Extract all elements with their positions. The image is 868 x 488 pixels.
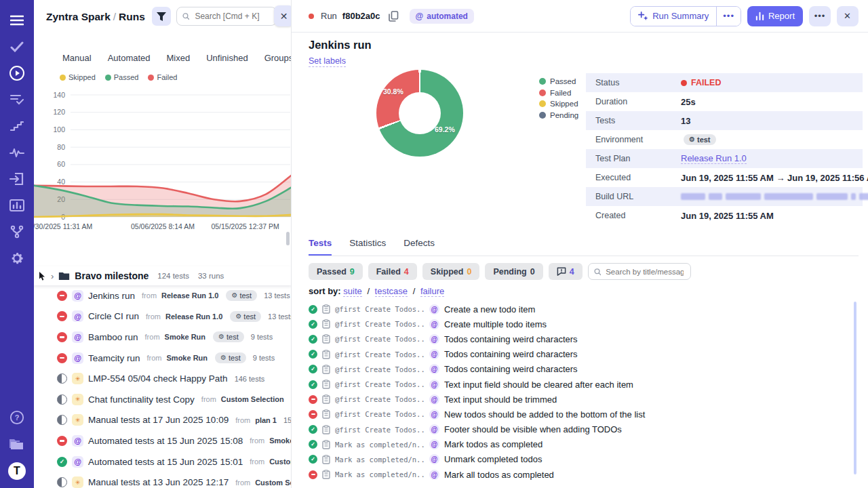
- test-title[interactable]: Unmark completed todos: [444, 454, 542, 464]
- tests-scrollbar[interactable]: [854, 302, 856, 474]
- run-plan-name[interactable]: Smoke Run: [165, 333, 206, 341]
- test-row[interactable]: @first Create Todos...@Text input should…: [309, 392, 859, 407]
- run-name[interactable]: Manual tests at 17 Jun 2025 10:09: [88, 415, 229, 425]
- run-name[interactable]: Jenkins run: [88, 291, 135, 301]
- sort-link-failure[interactable]: failure: [420, 286, 444, 297]
- branches-icon[interactable]: [9, 224, 25, 240]
- run-plan-name[interactable]: plan 1: [255, 416, 277, 424]
- run-name[interactable]: Manual tests at 13 Jun 2025 12:17: [88, 477, 229, 487]
- search-input[interactable]: [193, 11, 271, 22]
- test-list-icon[interactable]: [9, 92, 25, 108]
- analytics-icon[interactable]: [9, 197, 25, 214]
- runs-play-icon[interactable]: [9, 65, 25, 81]
- test-title[interactable]: Text input should be trimmed: [444, 394, 557, 405]
- test-row[interactable]: @first Create Todos...@New todos should …: [309, 407, 859, 422]
- filter-button[interactable]: [152, 7, 171, 26]
- sort-link-testcase[interactable]: testcase: [375, 286, 408, 297]
- run-name[interactable]: Chat functinality test Copy: [88, 394, 195, 405]
- test-row[interactable]: Mark as completed/n...@Mark all todos as…: [309, 467, 859, 482]
- test-title[interactable]: Create multiple todo items: [444, 319, 547, 329]
- milestone-row[interactable]: › Bravo milestone 124 tests 33 runs: [34, 266, 292, 285]
- close-detail-button[interactable]: ✕: [837, 6, 859, 26]
- test-row[interactable]: @first Create Todos...@Todos containing …: [309, 331, 859, 346]
- test-row[interactable]: @first Create Todos...@Footer should be …: [309, 422, 859, 437]
- run-row[interactable]: ✳Manual tests at 17 Jun 2025 10:09frompl…: [34, 410, 292, 431]
- test-row[interactable]: Mark as completed/n...@Mark todos as com…: [309, 437, 859, 452]
- run-name[interactable]: Automated tests at 15 Jun 2025 15:08: [88, 436, 243, 446]
- run-summary-button[interactable]: Run Summary: [631, 7, 716, 26]
- projects-icon[interactable]: [9, 436, 25, 452]
- help-icon[interactable]: ?: [9, 409, 25, 426]
- test-row[interactable]: @first Create Todos...@Create a new todo…: [309, 302, 859, 317]
- test-title[interactable]: Todos containing weird characters: [444, 334, 578, 344]
- test-title[interactable]: Mark todos as completed: [444, 439, 542, 449]
- pulse-icon[interactable]: [9, 144, 25, 161]
- run-name[interactable]: Circle CI run: [88, 311, 139, 321]
- test-title[interactable]: New todos should be added to the bottom …: [444, 409, 645, 420]
- run-name[interactable]: Automated tests at 15 Jun 2025 15:01: [88, 457, 243, 467]
- tab-tests[interactable]: Tests: [309, 238, 332, 256]
- filter-skipped[interactable]: Skipped0: [422, 263, 480, 280]
- run-plan-name[interactable]: Release Run 1.0: [161, 291, 218, 300]
- run-plan-name[interactable]: Smoke Run: [167, 354, 208, 362]
- run-plan-name[interactable]: Release Run 1.0: [165, 312, 222, 321]
- panel-close-button[interactable]: ✕: [274, 5, 292, 26]
- test-row[interactable]: Mark as completed/n...@Unmark completed …: [309, 452, 859, 467]
- report-button[interactable]: Report: [747, 6, 803, 26]
- runs-search[interactable]: [176, 7, 277, 26]
- test-title[interactable]: Create a new todo item: [444, 304, 535, 314]
- run-row[interactable]: @Bamboo runfromSmoke Run⚙test9 tests: [34, 327, 292, 348]
- test-row[interactable]: @first Create Todos...@Todos containing …: [309, 362, 859, 377]
- test-suite-name[interactable]: @first Create Todos...: [335, 305, 425, 313]
- test-suite-name[interactable]: Mark as completed/n...: [335, 470, 425, 479]
- tab-defects[interactable]: Defects: [403, 238, 435, 256]
- filter-pending[interactable]: Pending0: [485, 263, 542, 280]
- runs-trend-chart[interactable]: 0204060801001201404/30/2025 11:31 AM05/0…: [34, 84, 292, 235]
- test-suite-name[interactable]: @first Create Todos...: [335, 380, 425, 388]
- test-row[interactable]: @first Create Todos...@Todos containing …: [309, 347, 859, 362]
- copy-icon[interactable]: [389, 11, 399, 22]
- tests-search-input[interactable]: [604, 267, 684, 277]
- test-row[interactable]: @first Create Todos...@Create multiple t…: [309, 317, 859, 331]
- test-suite-name[interactable]: Mark as completed/n...: [335, 455, 425, 464]
- automated-badge[interactable]: @ automated: [410, 9, 474, 24]
- settings-icon[interactable]: [9, 250, 25, 266]
- filter-comments[interactable]: 4: [549, 263, 583, 280]
- project-name[interactable]: Zyntra Spark: [46, 11, 111, 22]
- menu-icon[interactable]: [9, 12, 25, 28]
- test-title[interactable]: Todos containing weird characters: [444, 364, 578, 374]
- filter-failed[interactable]: Failed4: [368, 263, 417, 280]
- steps-icon[interactable]: [9, 118, 25, 134]
- tab-groups[interactable]: Groups: [264, 53, 292, 63]
- run-row[interactable]: ✳LMP-554 05/04 check Happy Path146 tests: [34, 368, 292, 389]
- test-title[interactable]: Todos containing weird characters: [444, 349, 578, 359]
- set-labels-link[interactable]: Set labels: [309, 56, 346, 67]
- tasks-check-icon[interactable]: [9, 39, 25, 55]
- tab-mixed[interactable]: Mixed: [167, 53, 191, 63]
- more-options-button[interactable]: •••: [809, 6, 831, 26]
- test-title[interactable]: Mark all todos as completed: [444, 470, 554, 480]
- filter-passed[interactable]: Passed9: [309, 263, 363, 280]
- run-plan-name[interactable]: Custom Selection: [221, 395, 284, 403]
- test-suite-name[interactable]: @first Create Todos...: [335, 365, 425, 373]
- run-name[interactable]: Bamboo run: [88, 332, 138, 342]
- import-icon[interactable]: [9, 171, 25, 187]
- milestone-name[interactable]: Bravo milestone: [75, 270, 149, 281]
- test-suite-name[interactable]: @first Create Todos...: [335, 395, 425, 403]
- run-name[interactable]: LMP-554 05/04 check Happy Path: [88, 373, 228, 384]
- tab-unfinished[interactable]: Unfinished: [206, 53, 248, 63]
- test-suite-name[interactable]: @first Create Todos...: [335, 426, 425, 434]
- tab-statistics[interactable]: Statistics: [349, 238, 386, 256]
- run-row[interactable]: @Circle CI runfromRelease Run 1.0⚙test13…: [34, 306, 292, 327]
- test-row[interactable]: @first Create Todos...@Text input field …: [309, 377, 859, 392]
- run-row[interactable]: @Teamcity runfromSmoke Run⚙test9 tests: [34, 348, 292, 369]
- run-row[interactable]: ✳Manual tests at 13 Jun 2025 12:17fromCu…: [34, 472, 292, 488]
- test-plan-link[interactable]: Release Run 1.0: [681, 153, 747, 164]
- test-suite-name[interactable]: @first Create Todos...: [335, 410, 425, 418]
- test-title[interactable]: Text input field should be cleared after…: [444, 380, 633, 390]
- test-suite-name[interactable]: Mark as completed/n...: [335, 441, 425, 449]
- run-name[interactable]: Teamcity run: [88, 353, 140, 363]
- run-plan-name[interactable]: Custom Selection: [269, 458, 292, 466]
- tab-manual[interactable]: Manual: [62, 53, 92, 63]
- run-row[interactable]: @Automated tests at 15 Jun 2025 15:01fro…: [34, 451, 292, 472]
